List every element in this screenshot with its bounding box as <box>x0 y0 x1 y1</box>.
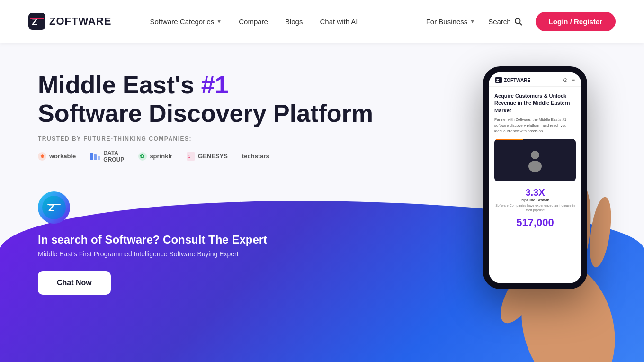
sprinklr-icon: ✿ <box>138 152 147 161</box>
phone-main-title: Acquire Customers & Unlock Revenue in th… <box>494 92 576 114</box>
genesys-icon: ≈ <box>187 152 195 161</box>
navbar: Z ZOFTWARE Software Categories ▼ Compare… <box>0 0 644 43</box>
card-title: In search of Software? Consult The Exper… <box>38 233 284 246</box>
phone-stat-pipeline: 3.3X Pipeline Growth Software Companies … <box>494 187 576 213</box>
logo-icon: Z <box>28 13 45 30</box>
pipeline-desc: Software Companies have experienced an i… <box>494 203 576 213</box>
svg-point-25 <box>586 196 615 269</box>
pipeline-label: Pipeline Growth <box>494 198 576 202</box>
nav-compare[interactable]: Compare <box>239 18 268 26</box>
phone-body: Acquire Customers & Unlock Revenue in th… <box>489 87 581 283</box>
phone-menu-icon: ≡ <box>572 77 575 83</box>
search-icon <box>514 17 522 26</box>
hero-title-hash: #1 <box>201 71 229 99</box>
nav-divider <box>140 12 140 31</box>
svg-text:✿: ✿ <box>140 153 144 160</box>
bottom-card: Z In search of Software? Consult The Exp… <box>38 191 284 295</box>
hero-section: Middle East's #1 Software Discovery Plat… <box>0 43 644 362</box>
nav-chat-ai[interactable]: Chat with AI <box>320 18 358 26</box>
logo-techstars: techstars_ <box>242 153 273 160</box>
ai-avatar-inner: Z <box>42 196 66 219</box>
ai-avatar: Z <box>38 191 70 224</box>
svg-text:≈: ≈ <box>188 154 190 159</box>
card-subtitle: Middle East's First Programmed Intellige… <box>38 250 284 258</box>
person-silhouette <box>526 148 545 172</box>
svg-point-18 <box>531 151 539 159</box>
nav-right: For Business ▼ Search Login / Register <box>426 12 616 31</box>
logo[interactable]: Z ZOFTWARE <box>28 13 111 30</box>
svg-line-4 <box>519 23 521 25</box>
svg-rect-7 <box>90 153 93 160</box>
phone-mockup: Z ZOFTWARE ⊙ ≡ Acquire Customers & Unloc… <box>483 66 587 289</box>
nav-for-business[interactable]: For Business ▼ <box>426 18 475 26</box>
workable-icon: ✱ <box>38 152 46 161</box>
phone-video <box>494 139 576 181</box>
svg-text:Z: Z <box>48 202 54 214</box>
svg-rect-9 <box>98 156 100 160</box>
phone-header: Z ZOFTWARE ⊙ ≡ <box>489 72 581 87</box>
svg-rect-26 <box>537 351 590 362</box>
logo-datagroup: DATAGROUP <box>90 150 124 163</box>
phone-stat2: 517,000 <box>494 217 576 229</box>
nav-blogs[interactable]: Blogs <box>285 18 303 26</box>
phone-logo-icon: Z <box>495 77 502 83</box>
video-progress-bar <box>494 139 523 140</box>
nav-software-categories[interactable]: Software Categories ▼ <box>150 18 222 26</box>
svg-text:✱: ✱ <box>40 154 45 159</box>
brand-name: ZOFTWARE <box>49 15 111 27</box>
logo-sprinklr: ✿ sprinklr <box>138 152 172 161</box>
login-register-button[interactable]: Login / Register <box>536 12 616 31</box>
phone-header-icons: ⊙ ≡ <box>563 77 575 83</box>
phone-sub-text: Partner with Zoftware, the Middle East's… <box>494 117 576 134</box>
chat-now-button[interactable]: Chat Now <box>38 271 111 295</box>
chevron-down-icon: ▼ <box>216 18 222 24</box>
logo-workable: ✱ workable <box>38 152 76 161</box>
svg-text:Z: Z <box>496 78 499 83</box>
svg-rect-8 <box>94 154 97 160</box>
nav-links: Software Categories ▼ Compare Blogs Chat… <box>150 18 425 26</box>
pipeline-number: 3.3X <box>494 187 576 198</box>
phone-brand: Z ZOFTWARE <box>495 77 530 83</box>
datagroup-icon <box>90 153 100 160</box>
phone-search-icon: ⊙ <box>563 77 568 83</box>
phone-screen: Z ZOFTWARE ⊙ ≡ Acquire Customers & Unloc… <box>489 72 581 283</box>
stat2-number: 517,000 <box>494 217 576 229</box>
zoftware-avatar-icon: Z <box>46 200 62 215</box>
search-button[interactable]: Search <box>488 17 522 26</box>
logo-genesys: ≈ GENESYS <box>187 152 228 161</box>
svg-point-19 <box>528 161 542 172</box>
hero-title-plain: Middle East's <box>38 71 201 99</box>
chevron-down-icon2: ▼ <box>470 18 475 24</box>
